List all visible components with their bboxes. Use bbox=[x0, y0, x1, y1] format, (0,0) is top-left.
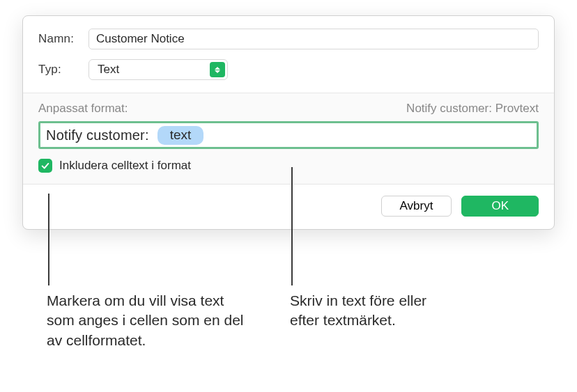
updown-icon bbox=[210, 62, 225, 77]
type-row: Typ: Text bbox=[38, 59, 539, 80]
callout-line-2 bbox=[291, 167, 293, 285]
callout-line-1 bbox=[48, 194, 49, 285]
form-section: Namn: Typ: Text bbox=[23, 16, 554, 93]
button-section: Avbryt OK bbox=[23, 185, 554, 229]
text-token[interactable]: text bbox=[157, 126, 204, 145]
format-header: Anpassat format: Notify customer: Provte… bbox=[38, 102, 539, 116]
include-celltext-row: Inkludera celltext i format bbox=[38, 159, 539, 173]
name-input[interactable] bbox=[89, 29, 539, 49]
type-label: Typ: bbox=[38, 63, 89, 77]
type-value: Text bbox=[98, 63, 119, 77]
format-preview: Notify customer: Provtext bbox=[406, 102, 539, 116]
format-section: Anpassat format: Notify customer: Provte… bbox=[23, 93, 554, 185]
anpassat-format-label: Anpassat format: bbox=[38, 102, 128, 116]
format-prefix: Notify customer: bbox=[46, 127, 149, 143]
ok-button[interactable]: OK bbox=[461, 196, 539, 217]
callout-text-2: Skriv in text före eller efter textmärke… bbox=[290, 291, 450, 331]
custom-format-dialog: Namn: Typ: Text Anpassat format: Notify … bbox=[22, 15, 555, 230]
type-select[interactable]: Text bbox=[89, 59, 228, 80]
cancel-button[interactable]: Avbryt bbox=[381, 196, 452, 217]
callout-text-1: Markera om du vill visa text som anges i… bbox=[47, 291, 249, 350]
checkmark-icon bbox=[40, 161, 50, 171]
name-label: Namn: bbox=[38, 32, 89, 46]
name-row: Namn: bbox=[38, 29, 539, 49]
include-celltext-checkbox[interactable] bbox=[38, 159, 52, 173]
format-field[interactable]: Notify customer: text bbox=[38, 121, 539, 149]
include-celltext-label: Inkludera celltext i format bbox=[59, 159, 191, 173]
